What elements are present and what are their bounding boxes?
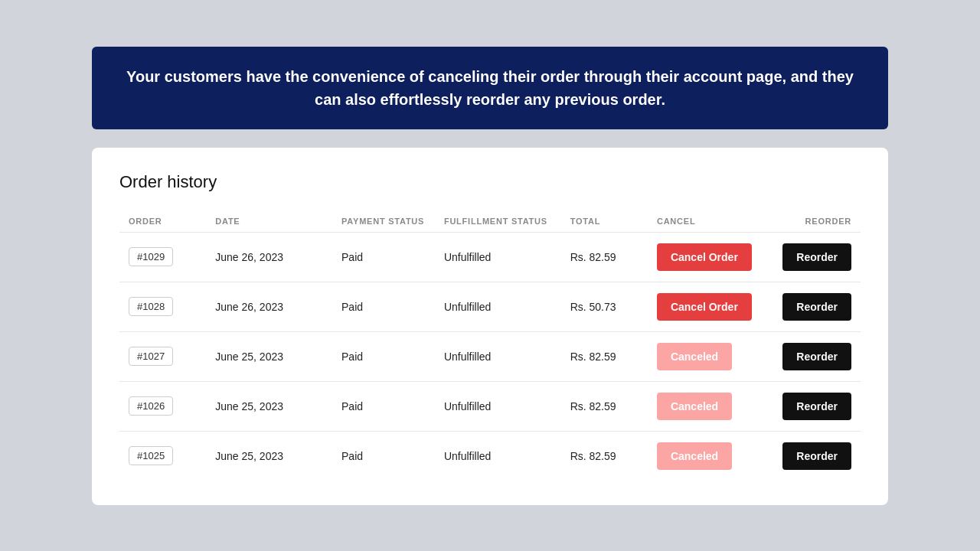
total-cell: Rs. 82.59 [561, 232, 648, 282]
fulfillment-status-cell: Unfulfilled [435, 232, 561, 282]
payment-status-cell: Paid [332, 431, 435, 481]
col-header-reorder: REORDER [766, 210, 861, 233]
cancel-cell: Canceled [648, 381, 766, 431]
cancel-cell: Cancel Order [648, 232, 766, 282]
total-cell: Rs. 50.73 [561, 282, 648, 331]
order-history-title: Order history [119, 172, 861, 192]
col-header-payment: PAYMENT STATUS [332, 210, 435, 233]
info-banner: Your customers have the convenience of c… [92, 47, 888, 129]
cancel-button: Canceled [657, 393, 732, 420]
date-cell: June 25, 2023 [206, 381, 332, 431]
order-cell: #1028 [119, 282, 206, 331]
fulfillment-status-cell: Unfulfilled [435, 381, 561, 431]
total-cell: Rs. 82.59 [561, 431, 648, 481]
fulfillment-status-cell: Unfulfilled [435, 331, 561, 381]
order-history-table: ORDER DATE PAYMENT STATUS FULFILLMENT ST… [119, 210, 861, 481]
table-row: #1029 June 26, 2023 Paid Unfulfilled Rs.… [119, 232, 861, 282]
table-row: #1026 June 25, 2023 Paid Unfulfilled Rs.… [119, 381, 861, 431]
date-cell: June 26, 2023 [206, 232, 332, 282]
order-cell: #1025 [119, 431, 206, 481]
order-badge: #1025 [129, 446, 173, 465]
reorder-cell: Reorder [766, 381, 861, 431]
col-header-cancel: CANCEL [648, 210, 766, 233]
table-row: #1025 June 25, 2023 Paid Unfulfilled Rs.… [119, 431, 861, 481]
order-badge: #1028 [129, 297, 173, 316]
cancel-cell: Cancel Order [648, 282, 766, 331]
cancel-button[interactable]: Cancel Order [657, 293, 752, 321]
payment-status-cell: Paid [332, 331, 435, 381]
cancel-cell: Canceled [648, 431, 766, 481]
total-cell: Rs. 82.59 [561, 381, 648, 431]
col-header-date: DATE [206, 210, 332, 233]
date-cell: June 25, 2023 [206, 331, 332, 381]
order-badge: #1027 [129, 347, 173, 366]
order-badge: #1026 [129, 396, 173, 416]
fulfillment-status-cell: Unfulfilled [435, 431, 561, 481]
cancel-button: Canceled [657, 343, 732, 370]
col-header-total: TOTAL [561, 210, 648, 233]
fulfillment-status-cell: Unfulfilled [435, 282, 561, 331]
reorder-cell: Reorder [766, 331, 861, 381]
payment-status-cell: Paid [332, 381, 435, 431]
col-header-fulfillment: FULFILLMENT STATUS [435, 210, 561, 233]
reorder-button[interactable]: Reorder [782, 393, 851, 420]
cancel-button[interactable]: Cancel Order [657, 243, 752, 271]
reorder-button[interactable]: Reorder [782, 243, 851, 271]
payment-status-cell: Paid [332, 282, 435, 331]
reorder-button[interactable]: Reorder [782, 343, 851, 370]
banner-text: Your customers have the convenience of c… [126, 68, 854, 108]
date-cell: June 25, 2023 [206, 431, 332, 481]
order-badge: #1029 [129, 247, 173, 266]
col-header-order: ORDER [119, 210, 206, 233]
reorder-cell: Reorder [766, 282, 861, 331]
date-cell: June 26, 2023 [206, 282, 332, 331]
table-row: #1028 June 26, 2023 Paid Unfulfilled Rs.… [119, 282, 861, 331]
cancel-cell: Canceled [648, 331, 766, 381]
reorder-button[interactable]: Reorder [782, 293, 851, 321]
table-row: #1027 June 25, 2023 Paid Unfulfilled Rs.… [119, 331, 861, 381]
order-cell: #1026 [119, 381, 206, 431]
reorder-cell: Reorder [766, 232, 861, 282]
order-cell: #1027 [119, 331, 206, 381]
order-history-card: Order history ORDER DATE PAYMENT STATUS … [92, 148, 888, 505]
cancel-button: Canceled [657, 442, 732, 470]
reorder-button[interactable]: Reorder [782, 442, 851, 470]
total-cell: Rs. 82.59 [561, 331, 648, 381]
payment-status-cell: Paid [332, 232, 435, 282]
reorder-cell: Reorder [766, 431, 861, 481]
order-cell: #1029 [119, 232, 206, 282]
